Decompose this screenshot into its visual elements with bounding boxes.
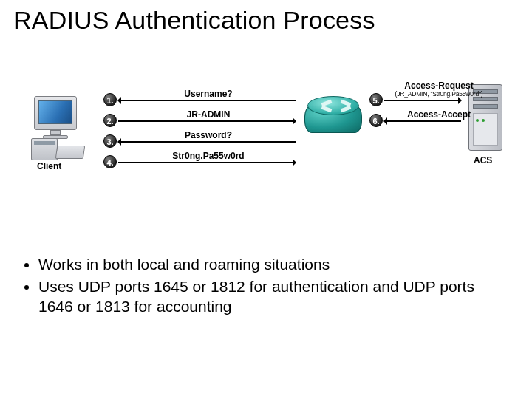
arrow-step-2 (118, 120, 296, 122)
list-item: Uses UDP ports 1645 or 1812 for authenti… (38, 277, 510, 316)
arrow-step-1 (118, 100, 296, 101)
step-label-3: Password? (157, 130, 260, 140)
client-icon (31, 96, 83, 159)
step-badge-1: 1. (103, 93, 117, 106)
step-label-4: Str0ng.Pa55w0rd (149, 151, 267, 161)
auth-diagram: Client ACS 1. 2. 3. 4. 5. 6. Username? J… (31, 89, 501, 229)
list-item: Works in both local and roaming situatio… (38, 255, 510, 274)
arrow-step-4 (118, 162, 296, 163)
page-title: RADIUS Authentication Process (13, 6, 375, 35)
step-badge-4: 4. (103, 155, 117, 168)
step-label-6: Access-Accept (387, 109, 491, 120)
arrow-step-6 (384, 120, 461, 122)
client-label: Client (37, 161, 61, 171)
acs-label: ACS (474, 155, 492, 166)
step-label-5-main: Access-Request (404, 81, 473, 91)
step-badge-2: 2. (103, 114, 117, 127)
step-badge-5: 5. (369, 93, 383, 106)
arrow-step-5 (384, 100, 461, 101)
step-label-1: Username? (157, 89, 260, 99)
step-label-2: JR-ADMIN (157, 109, 260, 120)
notes-list: Works in both local and roaming situatio… (22, 255, 510, 319)
router-icon (304, 98, 362, 137)
step-badge-3: 3. (103, 134, 117, 148)
step-label-5-sub: (JR_ADMIN, "Str0ng.Pa55w0rd") (387, 91, 491, 98)
step-label-5: Access-Request (JR_ADMIN, "Str0ng.Pa55w0… (387, 81, 491, 98)
arrow-step-3 (118, 141, 296, 143)
step-badge-6: 6. (369, 114, 383, 127)
